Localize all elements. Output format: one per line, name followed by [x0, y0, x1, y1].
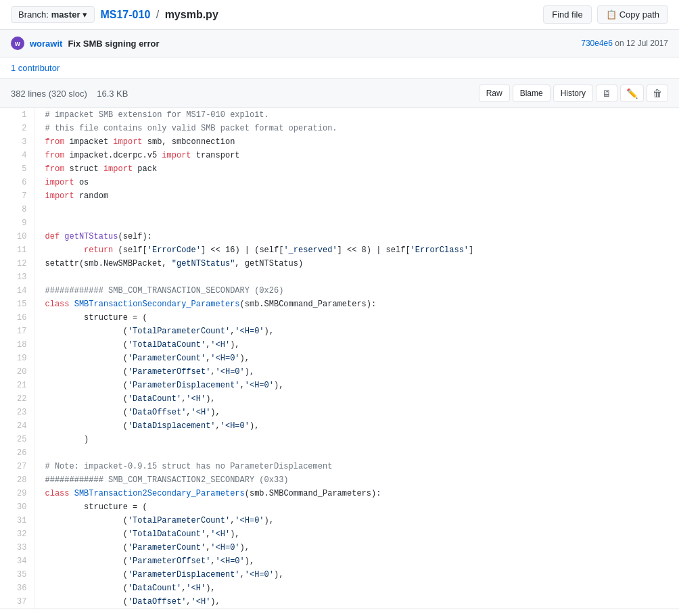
line-number: 1: [0, 108, 34, 122]
line-code: ('ParameterOffset','<H=0'),: [34, 365, 679, 379]
line-number: 21: [0, 379, 34, 392]
commit-info: w worawit Fix SMB signing error: [11, 37, 159, 50]
table-row: 1# impacket SMB extension for MS17-010 e…: [0, 108, 679, 122]
copy-path-label: Copy path: [619, 9, 659, 20]
table-row: 14############ SMB_COM_TRANSACTION_SECON…: [0, 284, 679, 298]
chevron-down-icon: ▾: [83, 9, 87, 20]
table-row: 36 ('DataCount','<H'),: [0, 582, 679, 595]
line-code: [34, 270, 679, 284]
path-separator: /: [156, 9, 159, 20]
file-name: mysmb.py: [165, 9, 218, 20]
line-code: ('TotalParameterCount','<H=0'),: [34, 325, 679, 338]
line-number: 20: [0, 365, 34, 379]
line-code: ('DataOffset','<H'),: [34, 406, 679, 419]
table-row: 35 ('ParameterDisplacement','<H=0'),: [0, 568, 679, 582]
branch-selector[interactable]: Branch: master ▾: [11, 6, 95, 23]
line-number: 24: [0, 419, 34, 433]
repo-link[interactable]: MS17-010: [100, 9, 150, 20]
commit-hash-link[interactable]: 730e4e6: [581, 39, 613, 48]
line-code: ('DataDisplacement','<H=0'),: [34, 419, 679, 433]
table-row: 4from impacket.dcerpc.v5 import transpor…: [0, 149, 679, 162]
line-code: class SMBTransactionSecondary_Parameters…: [34, 298, 679, 311]
history-button[interactable]: History: [553, 85, 593, 102]
table-row: 5from struct import pack: [0, 162, 679, 176]
line-number: 7: [0, 189, 34, 203]
line-code: ('DataOffset','<H'),: [34, 595, 679, 609]
table-row: 30 structure = (: [0, 500, 679, 514]
breadcrumb: MS17-010 / mysmb.py: [100, 9, 218, 21]
line-number: 23: [0, 406, 34, 419]
table-row: 13: [0, 270, 679, 284]
line-code: ('DataCount','<H'),: [34, 582, 679, 595]
line-code: ('ParameterDisplacement','<H=0'),: [34, 379, 679, 392]
line-code: ('TotalDataCount','<H'),: [34, 338, 679, 352]
blame-button[interactable]: Blame: [513, 85, 551, 102]
line-number: 18: [0, 338, 34, 352]
line-number: 15: [0, 298, 34, 311]
table-row: 8: [0, 203, 679, 216]
commit-date: on 12 Jul 2017: [615, 39, 668, 48]
line-number: 30: [0, 500, 34, 514]
line-code: from struct import pack: [34, 162, 679, 176]
table-row: 27# Note: impacket-0.9.15 struct has no …: [0, 460, 679, 473]
code-table: 1# impacket SMB extension for MS17-010 e…: [0, 108, 679, 609]
commit-bar: w worawit Fix SMB signing error 730e4e6 …: [0, 30, 679, 57]
copy-path-button[interactable]: 📋 Copy path: [597, 5, 668, 24]
line-number: 11: [0, 243, 34, 257]
line-number: 25: [0, 433, 34, 446]
commit-meta: 730e4e6 on 12 Jul 2017: [581, 39, 668, 48]
table-row: 19 ('ParameterCount','<H=0'),: [0, 352, 679, 365]
table-row: 15class SMBTransactionSecondary_Paramete…: [0, 298, 679, 311]
line-number: 29: [0, 487, 34, 500]
file-lines: 382 lines (320 sloc): [11, 89, 87, 99]
top-bar-right: Find file 📋 Copy path: [543, 5, 668, 24]
table-row: 37 ('DataOffset','<H'),: [0, 595, 679, 609]
delete-icon[interactable]: 🗑: [647, 85, 668, 102]
copy-icon: 📋: [606, 9, 617, 20]
line-number: 31: [0, 514, 34, 527]
table-row: 22 ('DataCount','<H'),: [0, 392, 679, 406]
table-row: 3from impacket import smb, smbconnection: [0, 135, 679, 149]
branch-name: master: [51, 9, 80, 20]
line-number: 35: [0, 568, 34, 582]
line-number: 33: [0, 541, 34, 554]
top-bar: Branch: master ▾ MS17-010 / mysmb.py Fin…: [0, 0, 679, 30]
commit-message: Fix SMB signing error: [68, 39, 159, 49]
line-number: 6: [0, 176, 34, 189]
table-row: 2# this file contains only valid SMB pac…: [0, 122, 679, 135]
line-code: structure = (: [34, 311, 679, 325]
line-number: 16: [0, 311, 34, 325]
contributors-link[interactable]: 1 contributor: [11, 63, 60, 73]
line-number: 27: [0, 460, 34, 473]
line-code: ('TotalParameterCount','<H=0'),: [34, 514, 679, 527]
table-row: 9: [0, 216, 679, 230]
line-code: structure = (: [34, 500, 679, 514]
table-row: 23 ('DataOffset','<H'),: [0, 406, 679, 419]
desktop-icon[interactable]: 🖥: [596, 85, 617, 102]
table-row: 17 ('TotalParameterCount','<H=0'),: [0, 325, 679, 338]
table-row: 16 structure = (: [0, 311, 679, 325]
raw-button[interactable]: Raw: [479, 85, 510, 102]
line-number: 22: [0, 392, 34, 406]
line-code: import os: [34, 176, 679, 189]
table-row: 33 ('ParameterCount','<H=0'),: [0, 541, 679, 554]
table-row: 10def getNTStatus(self):: [0, 230, 679, 243]
line-code: ('ParameterCount','<H=0'),: [34, 352, 679, 365]
line-number: 3: [0, 135, 34, 149]
line-code: ############ SMB_COM_TRANSACTION_SECONDA…: [34, 284, 679, 298]
line-code: ('DataCount','<H'),: [34, 392, 679, 406]
line-number: 36: [0, 582, 34, 595]
line-number: 26: [0, 446, 34, 460]
line-number: 37: [0, 595, 34, 609]
edit-icon[interactable]: ✏️: [620, 85, 644, 102]
line-number: 10: [0, 230, 34, 243]
line-code: setattr(smb.NewSMBPacket, "getNTStatus",…: [34, 257, 679, 270]
table-row: 29class SMBTransaction2Secondary_Paramet…: [0, 487, 679, 500]
line-code: ############ SMB_COM_TRANSACTION2_SECOND…: [34, 473, 679, 487]
top-bar-left: Branch: master ▾ MS17-010 / mysmb.py: [11, 6, 218, 23]
line-code: # impacket SMB extension for MS17-010 ex…: [34, 108, 679, 122]
line-number: 8: [0, 203, 34, 216]
avatar: w: [11, 37, 24, 50]
commit-author-link[interactable]: worawit: [30, 39, 62, 49]
find-file-button[interactable]: Find file: [543, 5, 592, 24]
